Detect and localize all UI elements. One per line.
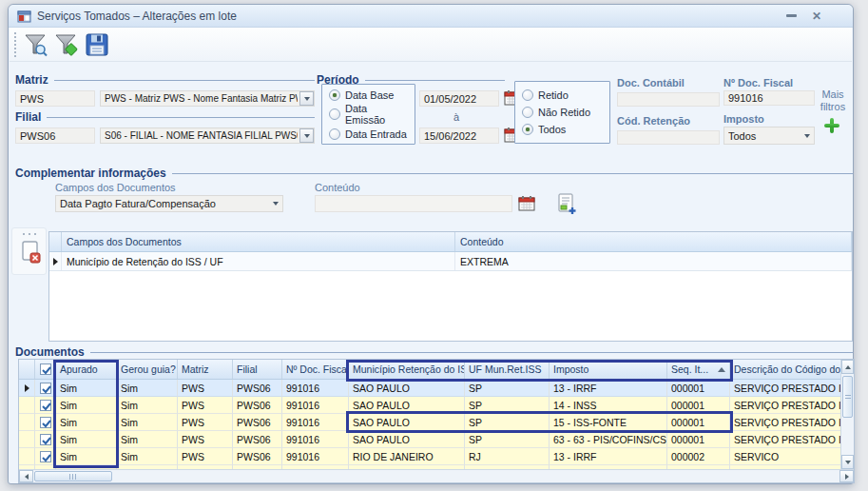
cell-descricao[interactable]: SERVIÇO PRESTADO ISS — [730, 397, 842, 414]
cell-doc[interactable]: 991016 — [282, 414, 349, 431]
cell-municipio[interactable]: SAO PAULO — [349, 380, 465, 397]
conteudo-cell[interactable]: EXTREMA — [455, 252, 852, 270]
cell-matriz[interactable]: PWS — [178, 397, 233, 414]
date-to-field[interactable]: 15/06/2022 — [419, 128, 499, 144]
radio-nao-retido[interactable]: Não Retido — [522, 107, 603, 118]
row-checkbox[interactable] — [35, 380, 56, 397]
chevron-down-icon[interactable] — [268, 196, 282, 211]
cell-matriz[interactable]: PWS — [178, 431, 233, 448]
cell-filial[interactable]: PWS06 — [233, 380, 282, 397]
scroll-up-icon[interactable] — [841, 360, 854, 374]
radio-data-base[interactable]: Data Base — [329, 89, 408, 101]
cell-apurado[interactable]: Sim — [56, 380, 117, 397]
matriz-combo[interactable]: PWS - Matriz PWS - Nome Fantasia Matriz … — [100, 90, 315, 107]
cell-doc[interactable]: 991016 — [282, 397, 349, 414]
cell-descricao[interactable]: SERVIÇO PRESTADO ISS — [730, 431, 842, 448]
col-descricao[interactable]: Descrição do Código do F — [730, 360, 842, 379]
cell-apurado[interactable]: Sim — [56, 431, 117, 448]
toolbar-grip[interactable] — [21, 232, 38, 236]
save-button[interactable] — [82, 29, 112, 60]
cell-matriz[interactable]: PWS — [178, 448, 233, 465]
cod-retencao-field[interactable] — [617, 130, 720, 145]
cell-imposto[interactable]: 13 - IRRF — [550, 448, 667, 465]
radio-todos[interactable]: Todos — [522, 124, 603, 135]
add-field-button[interactable] — [556, 192, 577, 215]
cell-seq[interactable]: 000001 — [667, 380, 730, 397]
cell-matriz[interactable]: PWS — [178, 380, 233, 397]
cell-gerou[interactable]: Sim — [117, 431, 178, 448]
cell-municipio[interactable]: SAO PAULO — [349, 397, 465, 414]
col-seq-item[interactable]: Seq. It... — [667, 360, 730, 379]
cell-uf[interactable]: SP — [465, 431, 550, 448]
conteudo-field[interactable] — [315, 195, 512, 212]
filter-confirm-button[interactable] — [51, 29, 82, 60]
cell-doc[interactable]: 991016 — [282, 431, 349, 448]
cell-doc[interactable]: 991016 — [282, 380, 349, 397]
cell-filial[interactable]: PWS06 — [233, 414, 282, 431]
radio-data-entrada[interactable]: Data Entrada — [329, 128, 408, 140]
chevron-down-icon[interactable] — [299, 91, 314, 106]
cell-doc[interactable]: 991016 — [282, 448, 349, 465]
col-conteudo[interactable]: Conteúdo — [455, 232, 852, 251]
cell-gerou[interactable]: Sim — [117, 448, 178, 465]
conteudo-calendar-button[interactable] — [518, 195, 535, 211]
num-doc-fiscal-field[interactable]: 991016 — [723, 90, 815, 106]
cell-descricao[interactable]: SERVIÇO PRESTADO ISS — [730, 380, 842, 397]
cell-apurado[interactable]: Sim — [56, 448, 117, 465]
date-from-field[interactable]: 01/05/2022 — [419, 90, 499, 107]
col-gerou-guia[interactable]: Gerou guia? — [117, 360, 178, 379]
doc-contabil-field[interactable] — [617, 92, 720, 107]
scroll-down-icon[interactable] — [841, 455, 854, 469]
table-row[interactable]: Sim Sim PWS PWS06 991016 SAO PAULO SP 14… — [19, 397, 842, 414]
minimize-icon[interactable] — [786, 14, 797, 17]
horizontal-scroll-thumb[interactable] — [34, 471, 112, 481]
table-row[interactable]: Sim Sim PWS PWS06 991016 SAO PAULO SP 13… — [19, 380, 842, 397]
radio-data-emissao[interactable]: Data Emissão — [329, 103, 408, 126]
row-checkbox[interactable] — [35, 414, 56, 431]
row-checkbox[interactable] — [35, 397, 56, 414]
filial-code-field[interactable]: PWS06 — [15, 128, 95, 144]
col-uf-mun-ret[interactable]: UF Mun.Ret.ISS — [465, 360, 550, 379]
table-row[interactable]: Sim Sim PWS PWS06 991016 RIO DE JANEIRO … — [19, 448, 842, 465]
cell-municipio[interactable]: SAO PAULO — [349, 414, 465, 431]
col-campos-documentos[interactable]: Campos dos Documentos — [62, 232, 455, 251]
cell-seq[interactable]: 000001 — [667, 431, 730, 448]
cell-filial[interactable]: PWS06 — [233, 448, 282, 465]
campo-cell[interactable]: Município de Retenção do ISS / UF — [62, 252, 455, 270]
toolbar-grip[interactable] — [12, 32, 17, 57]
cell-imposto[interactable]: 63 - 63 - PIS/COFINS/CSLL — [550, 431, 667, 448]
cell-seq[interactable]: 000002 — [667, 448, 730, 465]
filter-search-button[interactable] — [21, 29, 51, 60]
col-municipio-retencao[interactable]: Município Retenção do ISS — [349, 360, 465, 379]
scroll-right-icon[interactable] — [839, 470, 854, 482]
grid-vertical-scrollbar[interactable] — [840, 360, 854, 471]
filial-combo[interactable]: S06 - FILIAL - NOME FANTASIA FILIAL PWS0… — [100, 128, 315, 144]
imposto-combo[interactable]: Todos — [723, 127, 815, 145]
cell-uf[interactable]: SP — [465, 414, 550, 431]
radio-retido[interactable]: Retido — [522, 89, 603, 101]
cell-filial[interactable]: PWS06 — [233, 397, 282, 414]
cell-gerou[interactable]: Sim — [117, 414, 178, 431]
cell-uf[interactable]: SP — [465, 397, 550, 414]
col-imposto[interactable]: Imposto — [550, 360, 667, 379]
cell-imposto[interactable]: 14 - INSS — [550, 397, 667, 414]
cell-gerou[interactable]: Sim — [117, 397, 178, 414]
scroll-left-icon[interactable] — [19, 470, 33, 482]
cell-apurado[interactable]: Sim — [56, 397, 117, 414]
matriz-code-field[interactable]: PWS — [15, 90, 95, 107]
chevron-down-icon[interactable] — [800, 128, 814, 144]
cell-imposto[interactable]: 13 - IRRF — [550, 380, 667, 397]
cell-descricao[interactable]: SERVIÇO PRESTADO ISS — [730, 414, 842, 431]
cell-filial[interactable]: PWS06 — [233, 431, 282, 448]
chevron-down-icon[interactable] — [299, 128, 314, 143]
cell-municipio[interactable]: RIO DE JANEIRO — [349, 448, 465, 465]
cell-seq[interactable]: 000001 — [667, 414, 730, 431]
col-apurado[interactable]: Apurado — [56, 360, 117, 379]
remove-field-button[interactable] — [18, 238, 43, 266]
row-checkbox[interactable] — [35, 431, 56, 448]
campos-documentos-combo[interactable]: Data Pagto Fatura/Compensação — [55, 195, 283, 212]
cell-gerou[interactable]: Sim — [117, 380, 178, 397]
select-all-checkbox[interactable] — [35, 360, 56, 379]
table-row[interactable]: Sim Sim PWS PWS06 991016 SAO PAULO SP 15… — [19, 414, 842, 431]
cell-municipio[interactable]: SAO PAULO — [349, 431, 465, 448]
